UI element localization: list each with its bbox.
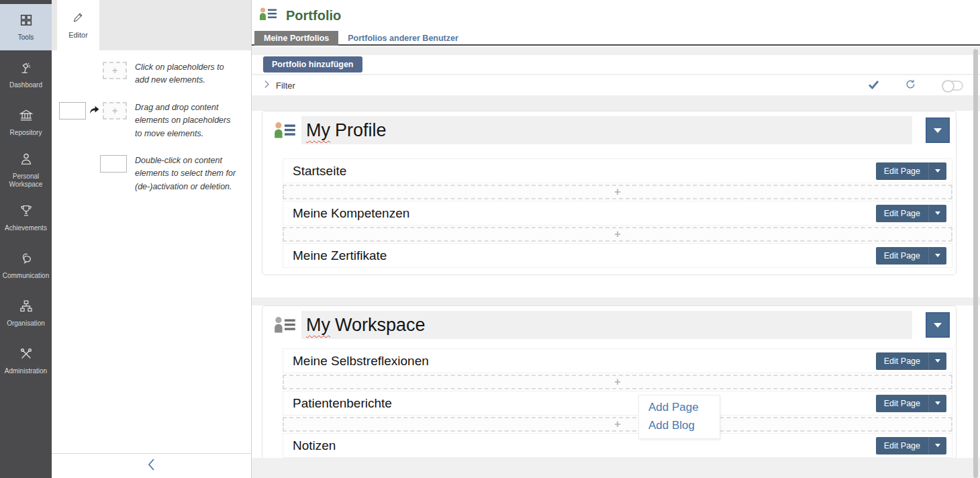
page-title: Portfolio [286, 8, 341, 23]
sidebar-item-tools[interactable]: Tools [0, 4, 52, 50]
edit-page-dropdown[interactable] [928, 352, 946, 370]
sidebar-item-label: Organisation [5, 320, 47, 328]
page-title: Patientenberichte [293, 396, 876, 411]
edit-page-label: Edit Page [876, 437, 928, 455]
lamp-icon [19, 60, 34, 78]
vertical-scrollbar[interactable] [973, 49, 978, 478]
pencil-icon [72, 11, 84, 26]
menu-item-add-page[interactable]: Add Page [648, 398, 720, 416]
chevron-right-icon [264, 79, 270, 91]
edit-page-dropdown[interactable] [928, 437, 946, 455]
plus-icon: + [614, 187, 620, 197]
toggle-knob [942, 80, 954, 93]
filter-toggle-switch[interactable] [942, 81, 963, 91]
page-title: Meine Kompetenzen [293, 206, 876, 221]
page-title: Startseite [293, 164, 876, 179]
sidebar-item-personal-workspace[interactable]: Personal Workspace [0, 147, 52, 193]
add-element-placeholder[interactable]: + [283, 227, 952, 242]
edit-page-button[interactable]: Edit Page [876, 205, 946, 222]
add-element-placeholder[interactable]: + [283, 375, 952, 389]
apply-filter-button[interactable] [868, 80, 879, 91]
edit-page-label: Edit Page [876, 162, 928, 180]
content-element-demo-icon [59, 102, 86, 120]
placeholder-demo-icon: + [103, 62, 127, 79]
portfolio-title-input[interactable]: My Profile [301, 116, 912, 144]
edit-page-dropdown[interactable] [928, 395, 946, 412]
sidebar-item-dashboard[interactable]: Dashboard [0, 52, 52, 98]
check-icon [868, 80, 879, 91]
instruction-drag: + Drag and drop content elements on plac… [52, 101, 251, 140]
portfolio-card-my-profile: My Profile Startseite Edit Page + [262, 111, 957, 275]
refresh-filter-button[interactable] [905, 79, 916, 92]
add-element-placeholder[interactable]: + [283, 417, 952, 432]
edit-page-button[interactable]: Edit Page [876, 247, 946, 265]
sidebar-item-repository[interactable]: Repository [0, 99, 52, 146]
drag-arrow-icon [89, 105, 99, 117]
filter-expander[interactable]: Filter [264, 79, 295, 91]
portfolio-title-input[interactable]: My Workspace [301, 311, 912, 339]
person-icon [19, 152, 34, 169]
instruction-doubleclick: Double-click on content elements to sele… [52, 154, 251, 193]
sidebar-item-label: Communication [1, 272, 51, 281]
portfolio-title-word: My [306, 315, 330, 336]
plus-icon: + [614, 419, 620, 430]
tab-meine-portfolios[interactable]: Meine Portfolios [254, 31, 338, 46]
tab-portfolios-anderer-benutzer[interactable]: Portfolios anderer Benutzer [338, 31, 468, 46]
sidebar-item-label: Tools [16, 34, 36, 42]
page-row-meine-kompetenzen[interactable]: Meine Kompetenzen Edit Page [283, 201, 952, 226]
edit-page-label: Edit Page [876, 395, 928, 412]
page-list: Startseite Edit Page + Meine Kompetenzen… [283, 158, 952, 268]
bank-icon [19, 108, 34, 126]
add-element-placeholder[interactable]: + [283, 185, 952, 199]
portfolio-title-word: My [306, 120, 330, 141]
divider-band [252, 95, 980, 111]
caret-down-icon [935, 169, 940, 173]
edit-page-dropdown[interactable] [928, 162, 946, 180]
portfolio-actions-dropdown-button[interactable] [926, 117, 950, 143]
page-row-meine-selbstreflexionen[interactable]: Meine Selbstreflexionen Edit Page [283, 348, 952, 373]
tab-editor[interactable]: Editor [57, 0, 99, 50]
portfolio-person-icon-gray [268, 311, 301, 339]
filter-label: Filter [276, 81, 295, 91]
caret-down-icon [935, 254, 940, 257]
sidebar-item-communication[interactable]: Communication [0, 242, 52, 289]
sidebar-item-organisation[interactable]: Organisation [0, 290, 52, 336]
sidebar-item-administration[interactable]: Administration [0, 338, 52, 384]
chat-icon [19, 251, 34, 269]
edit-page-button[interactable]: Edit Page [876, 352, 946, 370]
portfolio-person-icon [268, 116, 301, 144]
page-row-startseite[interactable]: Startseite Edit Page [283, 158, 952, 183]
editor-panel: Editor + Click on placeholders to add ne… [52, 0, 252, 478]
page-list: Add Page Add Blog Meine Selbstreflexione… [283, 348, 952, 458]
chevron-left-icon[interactable] [147, 458, 156, 474]
sidebar-item-label: Administration [3, 367, 49, 376]
divider-band [252, 297, 980, 305]
menu-item-add-blog[interactable]: Add Blog [648, 416, 720, 434]
page-header: Portfolio [252, 0, 980, 31]
edit-page-button[interactable]: Edit Page [876, 437, 946, 455]
sidebar-item-label: Personal Workspace [0, 173, 52, 189]
edit-page-label: Edit Page [876, 205, 928, 222]
edit-page-label: Edit Page [876, 352, 928, 370]
page-row-meine-zertifikate[interactable]: Meine Zertifikate Edit Page [283, 243, 952, 268]
edit-page-button[interactable]: Edit Page [876, 395, 946, 412]
sidebar-item-label: Repository [8, 129, 44, 138]
page-row-notizen[interactable]: Notizen Edit Page [283, 433, 952, 458]
sidebar-item-achievements[interactable]: Achievements [0, 195, 52, 241]
toolbar: Portfolio hinzufügen [252, 55, 980, 74]
grid-icon [19, 13, 34, 30]
divider-band [252, 47, 980, 55]
trophy-icon [19, 203, 34, 221]
instruction-text: Drag and drop content elements on placeh… [135, 101, 237, 140]
card-header: My Workspace [268, 311, 950, 339]
edit-page-dropdown[interactable] [928, 205, 946, 222]
instruction-text: Double-click on content elements to sele… [135, 154, 237, 193]
portfolio-title-rest: Workspace [335, 315, 426, 336]
bottom-band [252, 458, 980, 478]
edit-page-dropdown[interactable] [928, 247, 946, 265]
page-row-patientenberichte[interactable]: Patientenberichte Edit Page [283, 391, 952, 416]
edit-page-button[interactable]: Edit Page [876, 162, 946, 180]
portfolio-actions-dropdown-button[interactable] [926, 312, 950, 338]
caret-down-icon [935, 401, 940, 405]
add-portfolio-button[interactable]: Portfolio hinzufügen [263, 56, 362, 73]
